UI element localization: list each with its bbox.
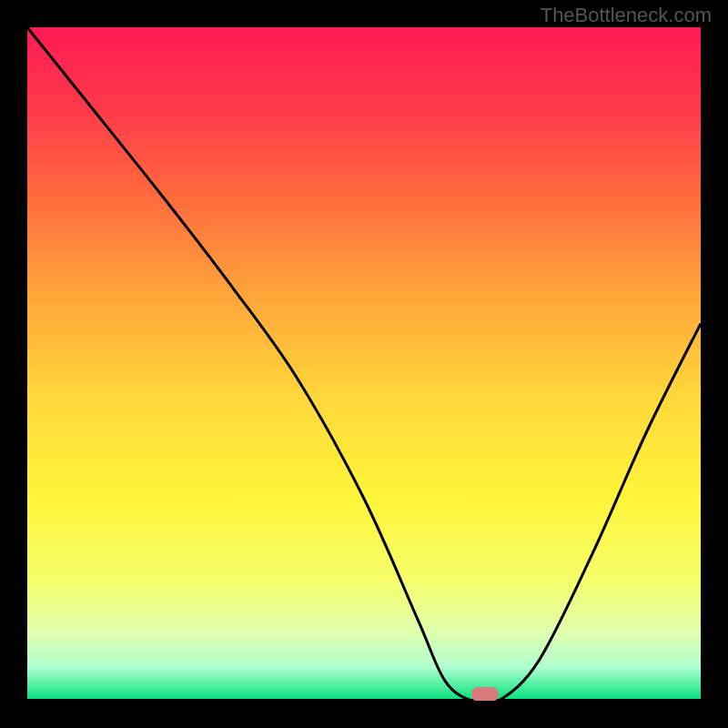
- chart-svg: [27, 27, 701, 701]
- gradient-background: [27, 27, 701, 701]
- plot-area: [27, 27, 701, 701]
- watermark-text: TheBottleneck.com: [541, 4, 712, 27]
- chart-frame: [27, 27, 701, 701]
- optimal-point-marker: [471, 687, 499, 701]
